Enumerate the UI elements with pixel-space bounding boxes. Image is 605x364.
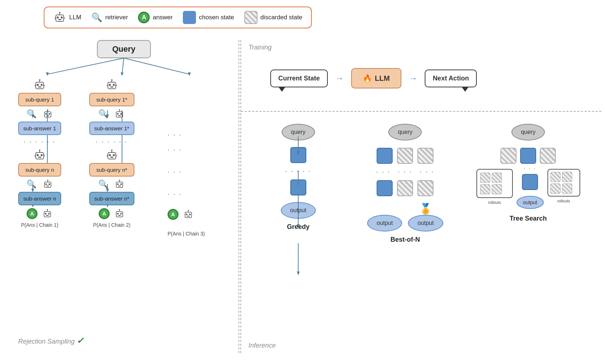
- svg-point-79: [117, 113, 119, 115]
- svg-rect-101: [118, 215, 121, 216]
- svg-point-83: [119, 109, 120, 110]
- greedy-label: Greedy: [287, 223, 310, 231]
- svg-point-37: [37, 84, 39, 86]
- svg-rect-44: [44, 112, 51, 117]
- bestn-discarded1: [397, 148, 413, 164]
- dots-col3b: · · ·: [168, 146, 205, 154]
- svg-point-51: [37, 154, 39, 156]
- dots-col1-mid: · · · · · ·: [18, 138, 61, 146]
- svg-rect-50: [36, 153, 44, 159]
- rollout-box-left: [476, 169, 513, 198]
- treesearch-states-row1: [500, 148, 556, 164]
- svg-rect-58: [44, 182, 51, 187]
- greedy-output: output: [281, 202, 316, 219]
- treesearch-label: Tree Search: [510, 215, 547, 222]
- greedy-chosen-state2: [290, 179, 306, 195]
- rollouts-label-left: rollouts: [488, 200, 501, 205]
- subquery1-col1: sub-query 1: [18, 93, 61, 106]
- svg-point-80: [121, 113, 122, 115]
- greedy-dots: · · · · ·: [285, 167, 311, 175]
- svg-point-2: [61, 16, 63, 18]
- svg-point-66: [48, 213, 50, 215]
- bestn-col: query · · · · · · · · ·: [352, 116, 459, 335]
- svg-rect-64: [44, 211, 51, 217]
- svg-rect-98: [116, 211, 123, 217]
- legend-answer-label: answer: [153, 14, 173, 21]
- dots-col3c: · · ·: [168, 168, 205, 176]
- chosen-box-legend: [183, 11, 196, 24]
- greedy-col: query · · · · ·: [245, 116, 352, 335]
- legend-chosen: chosen state: [183, 11, 234, 24]
- svg-rect-0: [56, 15, 64, 21]
- arrow-to-nextaction: →: [409, 73, 417, 83]
- legend-chosen-label: chosen state: [199, 14, 234, 21]
- bestn-chosen2: [377, 180, 393, 196]
- fire-icon: 🔥: [363, 74, 372, 83]
- rollouts-label-right: rollouts: [557, 199, 570, 203]
- treesearch-col: query rollouts: [459, 116, 598, 335]
- subqueryn-col2: sub-query n*: [89, 163, 134, 177]
- bestn-query: query: [388, 124, 422, 141]
- svg-marker-116: [297, 272, 300, 275]
- svg-line-10: [124, 58, 189, 74]
- discarded-box-legend: [244, 11, 258, 24]
- bestn-discarded2: [417, 148, 433, 164]
- search-icon-col1: 🔍: [27, 109, 36, 119]
- dots-col2-mid: · · · · · ·: [89, 138, 134, 146]
- llm-training-box: 🔥 LLM: [351, 68, 401, 88]
- legend-retriever-label: retriever: [105, 14, 128, 21]
- bestn-label: Best-of-N: [390, 236, 420, 244]
- legend-answer: A answer: [138, 12, 173, 23]
- svg-point-75: [111, 79, 113, 81]
- svg-point-41: [39, 79, 40, 81]
- svg-point-65: [45, 213, 47, 215]
- checkmark-icon: ✓: [76, 336, 84, 345]
- svg-point-93: [117, 183, 119, 185]
- rollout-box-right: [547, 169, 580, 197]
- svg-point-94: [121, 183, 122, 185]
- col3: · · · · · · · · · · · · A P(Ans | Chain …: [168, 131, 205, 237]
- dots-col3d: · · ·: [168, 190, 205, 198]
- bestn-discarded3: [397, 180, 413, 196]
- next-action-bubble: Next Action: [425, 70, 477, 87]
- bot-icon-col2: [105, 78, 118, 91]
- training-area: Current State → 🔥 LLM → Next Action: [245, 55, 598, 102]
- svg-rect-87: [110, 157, 113, 158]
- svg-point-38: [41, 84, 43, 86]
- legend-discarded-label: discarded state: [260, 14, 302, 21]
- search-icon-legend: 🔍: [91, 12, 102, 23]
- legend-llm: LLM: [53, 11, 81, 24]
- subanswern-col2: sub-answer n*: [89, 192, 134, 205]
- llm-label: LLM: [375, 74, 390, 83]
- inference-label: Inference: [248, 342, 276, 349]
- svg-point-72: [113, 84, 115, 86]
- answer-icon-col2: A: [99, 208, 110, 219]
- answer-icon-col3: A: [168, 209, 178, 220]
- award-icon: 🏅: [419, 203, 432, 215]
- right-section: Training Current State → 🔥 LLM → Next Ac…: [240, 40, 601, 353]
- ts-chosen1: [520, 148, 536, 164]
- svg-point-59: [45, 183, 47, 185]
- svg-rect-39: [38, 87, 42, 88]
- bot-icon-legend: [53, 11, 66, 24]
- svg-rect-92: [116, 182, 123, 187]
- dashed-separator: [241, 111, 601, 112]
- svg-rect-84: [108, 153, 116, 159]
- svg-marker-13: [188, 72, 191, 76]
- svg-rect-36: [36, 82, 44, 89]
- svg-rect-78: [116, 112, 123, 117]
- svg-point-71: [109, 84, 111, 86]
- svg-rect-53: [38, 157, 42, 158]
- svg-point-97: [119, 179, 120, 181]
- bot-icon-col1e: [42, 208, 53, 219]
- svg-point-99: [117, 213, 119, 215]
- subanswer1-col1: sub-answer 1: [18, 122, 61, 135]
- chain-label-col3: P(Ans | Chain 3): [168, 231, 205, 237]
- bestn-states-row2: [377, 180, 433, 196]
- ts-discarded2: [540, 148, 556, 164]
- svg-point-85: [109, 154, 111, 156]
- subanswer1-col2: sub-answer 1*: [89, 122, 134, 135]
- svg-point-1: [57, 16, 59, 18]
- svg-rect-47: [46, 115, 49, 116]
- bestn-discarded4: [417, 180, 433, 196]
